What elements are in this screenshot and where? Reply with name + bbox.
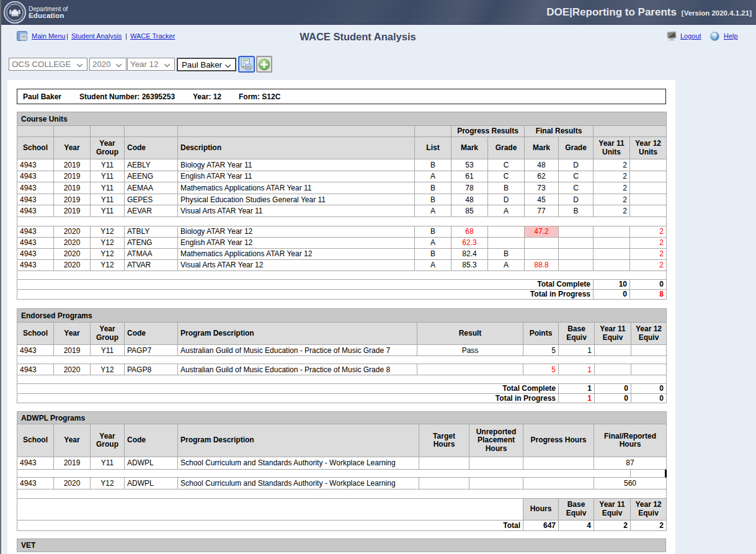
svg-text:?: ? xyxy=(713,32,716,40)
